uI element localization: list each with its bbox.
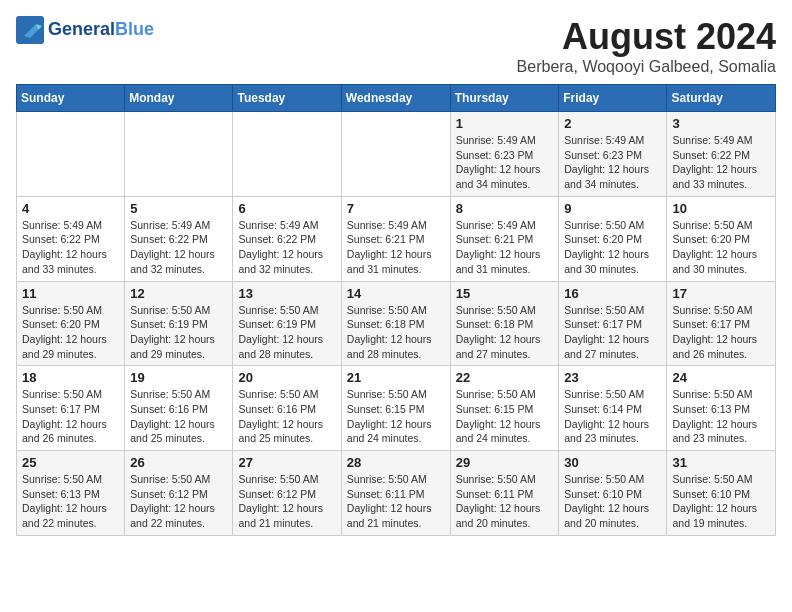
day-info: Sunrise: 5:50 AM Sunset: 6:10 PM Dayligh… [672,472,770,531]
day-info: Sunrise: 5:50 AM Sunset: 6:12 PM Dayligh… [238,472,335,531]
day-info: Sunrise: 5:50 AM Sunset: 6:11 PM Dayligh… [347,472,445,531]
day-info: Sunrise: 5:50 AM Sunset: 6:17 PM Dayligh… [22,387,119,446]
logo-icon [16,16,44,44]
calendar-cell: 3Sunrise: 5:49 AM Sunset: 6:22 PM Daylig… [667,112,776,197]
day-info: Sunrise: 5:50 AM Sunset: 6:13 PM Dayligh… [672,387,770,446]
calendar-cell: 8Sunrise: 5:49 AM Sunset: 6:21 PM Daylig… [450,196,559,281]
week-row-3: 11Sunrise: 5:50 AM Sunset: 6:20 PM Dayli… [17,281,776,366]
calendar-cell: 6Sunrise: 5:49 AM Sunset: 6:22 PM Daylig… [233,196,341,281]
calendar-cell: 20Sunrise: 5:50 AM Sunset: 6:16 PM Dayli… [233,366,341,451]
day-number: 17 [672,286,770,301]
calendar-cell: 10Sunrise: 5:50 AM Sunset: 6:20 PM Dayli… [667,196,776,281]
calendar-cell: 1Sunrise: 5:49 AM Sunset: 6:23 PM Daylig… [450,112,559,197]
day-info: Sunrise: 5:50 AM Sunset: 6:20 PM Dayligh… [672,218,770,277]
day-number: 2 [564,116,661,131]
weekday-header-friday: Friday [559,85,667,112]
day-number: 6 [238,201,335,216]
calendar-cell: 16Sunrise: 5:50 AM Sunset: 6:17 PM Dayli… [559,281,667,366]
day-info: Sunrise: 5:50 AM Sunset: 6:20 PM Dayligh… [564,218,661,277]
weekday-header-sunday: Sunday [17,85,125,112]
day-number: 18 [22,370,119,385]
day-info: Sunrise: 5:50 AM Sunset: 6:17 PM Dayligh… [564,303,661,362]
day-number: 24 [672,370,770,385]
day-number: 1 [456,116,554,131]
week-row-1: 1Sunrise: 5:49 AM Sunset: 6:23 PM Daylig… [17,112,776,197]
logo: GeneralBlue [16,16,154,44]
weekday-header-row: SundayMondayTuesdayWednesdayThursdayFrid… [17,85,776,112]
day-info: Sunrise: 5:50 AM Sunset: 6:13 PM Dayligh… [22,472,119,531]
calendar-cell: 30Sunrise: 5:50 AM Sunset: 6:10 PM Dayli… [559,451,667,536]
week-row-4: 18Sunrise: 5:50 AM Sunset: 6:17 PM Dayli… [17,366,776,451]
weekday-header-wednesday: Wednesday [341,85,450,112]
weekday-header-saturday: Saturday [667,85,776,112]
day-number: 19 [130,370,227,385]
day-info: Sunrise: 5:49 AM Sunset: 6:21 PM Dayligh… [347,218,445,277]
day-info: Sunrise: 5:50 AM Sunset: 6:10 PM Dayligh… [564,472,661,531]
calendar-cell: 26Sunrise: 5:50 AM Sunset: 6:12 PM Dayli… [125,451,233,536]
calendar-cell [17,112,125,197]
calendar-title: August 2024 [517,16,776,58]
page-header: GeneralBlue August 2024 Berbera, Woqooyi… [16,16,776,76]
calendar-cell: 21Sunrise: 5:50 AM Sunset: 6:15 PM Dayli… [341,366,450,451]
calendar-cell: 7Sunrise: 5:49 AM Sunset: 6:21 PM Daylig… [341,196,450,281]
calendar-cell [125,112,233,197]
day-number: 23 [564,370,661,385]
calendar-cell: 11Sunrise: 5:50 AM Sunset: 6:20 PM Dayli… [17,281,125,366]
day-number: 8 [456,201,554,216]
day-number: 30 [564,455,661,470]
day-number: 22 [456,370,554,385]
day-number: 26 [130,455,227,470]
day-number: 14 [347,286,445,301]
day-number: 15 [456,286,554,301]
title-block: August 2024 Berbera, Woqooyi Galbeed, So… [517,16,776,76]
day-info: Sunrise: 5:49 AM Sunset: 6:23 PM Dayligh… [456,133,554,192]
calendar-cell [341,112,450,197]
calendar-cell: 15Sunrise: 5:50 AM Sunset: 6:18 PM Dayli… [450,281,559,366]
day-number: 4 [22,201,119,216]
calendar-cell: 9Sunrise: 5:50 AM Sunset: 6:20 PM Daylig… [559,196,667,281]
calendar-cell: 17Sunrise: 5:50 AM Sunset: 6:17 PM Dayli… [667,281,776,366]
calendar-cell: 13Sunrise: 5:50 AM Sunset: 6:19 PM Dayli… [233,281,341,366]
day-info: Sunrise: 5:49 AM Sunset: 6:22 PM Dayligh… [672,133,770,192]
day-number: 20 [238,370,335,385]
calendar-cell: 29Sunrise: 5:50 AM Sunset: 6:11 PM Dayli… [450,451,559,536]
day-info: Sunrise: 5:50 AM Sunset: 6:16 PM Dayligh… [130,387,227,446]
calendar-subtitle: Berbera, Woqooyi Galbeed, Somalia [517,58,776,76]
day-info: Sunrise: 5:49 AM Sunset: 6:22 PM Dayligh… [130,218,227,277]
calendar-cell: 28Sunrise: 5:50 AM Sunset: 6:11 PM Dayli… [341,451,450,536]
day-number: 7 [347,201,445,216]
week-row-5: 25Sunrise: 5:50 AM Sunset: 6:13 PM Dayli… [17,451,776,536]
week-row-2: 4Sunrise: 5:49 AM Sunset: 6:22 PM Daylig… [17,196,776,281]
day-info: Sunrise: 5:50 AM Sunset: 6:18 PM Dayligh… [347,303,445,362]
day-info: Sunrise: 5:49 AM Sunset: 6:22 PM Dayligh… [238,218,335,277]
calendar-cell: 24Sunrise: 5:50 AM Sunset: 6:13 PM Dayli… [667,366,776,451]
day-info: Sunrise: 5:50 AM Sunset: 6:11 PM Dayligh… [456,472,554,531]
calendar-table: SundayMondayTuesdayWednesdayThursdayFrid… [16,84,776,536]
day-info: Sunrise: 5:49 AM Sunset: 6:23 PM Dayligh… [564,133,661,192]
day-number: 11 [22,286,119,301]
calendar-cell [233,112,341,197]
day-info: Sunrise: 5:50 AM Sunset: 6:17 PM Dayligh… [672,303,770,362]
day-info: Sunrise: 5:49 AM Sunset: 6:22 PM Dayligh… [22,218,119,277]
day-info: Sunrise: 5:50 AM Sunset: 6:15 PM Dayligh… [456,387,554,446]
day-number: 31 [672,455,770,470]
weekday-header-monday: Monday [125,85,233,112]
day-info: Sunrise: 5:50 AM Sunset: 6:19 PM Dayligh… [238,303,335,362]
calendar-cell: 14Sunrise: 5:50 AM Sunset: 6:18 PM Dayli… [341,281,450,366]
weekday-header-tuesday: Tuesday [233,85,341,112]
day-info: Sunrise: 5:50 AM Sunset: 6:12 PM Dayligh… [130,472,227,531]
day-info: Sunrise: 5:50 AM Sunset: 6:19 PM Dayligh… [130,303,227,362]
calendar-cell: 31Sunrise: 5:50 AM Sunset: 6:10 PM Dayli… [667,451,776,536]
day-number: 16 [564,286,661,301]
calendar-cell: 23Sunrise: 5:50 AM Sunset: 6:14 PM Dayli… [559,366,667,451]
calendar-cell: 25Sunrise: 5:50 AM Sunset: 6:13 PM Dayli… [17,451,125,536]
day-number: 13 [238,286,335,301]
day-number: 21 [347,370,445,385]
calendar-cell: 19Sunrise: 5:50 AM Sunset: 6:16 PM Dayli… [125,366,233,451]
calendar-cell: 12Sunrise: 5:50 AM Sunset: 6:19 PM Dayli… [125,281,233,366]
day-number: 29 [456,455,554,470]
day-number: 10 [672,201,770,216]
day-number: 27 [238,455,335,470]
day-info: Sunrise: 5:50 AM Sunset: 6:14 PM Dayligh… [564,387,661,446]
calendar-cell: 18Sunrise: 5:50 AM Sunset: 6:17 PM Dayli… [17,366,125,451]
